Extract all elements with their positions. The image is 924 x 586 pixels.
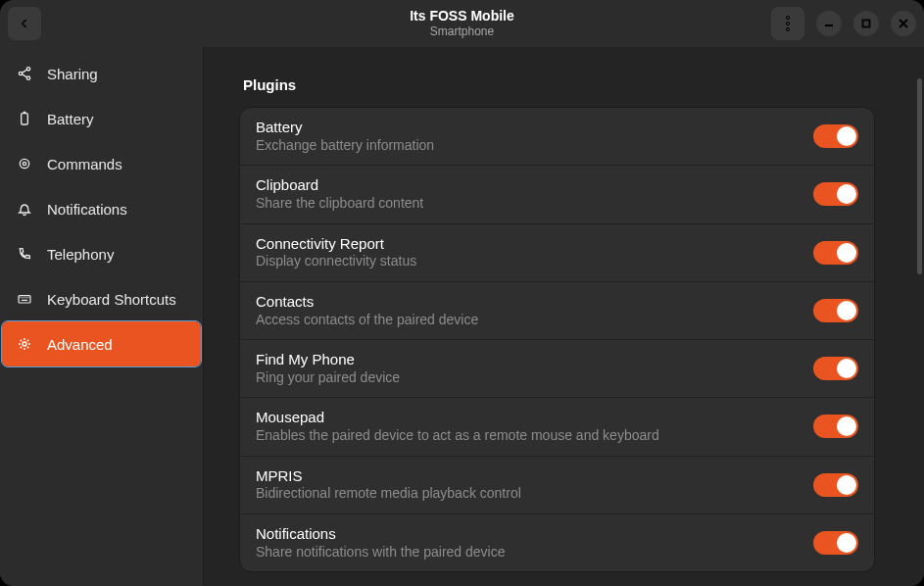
svg-point-8 (20, 159, 28, 168)
svg-rect-3 (863, 21, 870, 27)
plugin-row-notifications[interactable]: Notifications Share notifications with t… (240, 514, 874, 571)
sidebar-item-label: Commands (47, 156, 122, 172)
gear-icon (16, 335, 33, 353)
sidebar-item-label: Keyboard Shortcuts (47, 291, 176, 308)
sidebar-item-label: Advanced (47, 336, 113, 353)
plugin-desc: Share the clipboard content (256, 195, 813, 213)
toggle-find-my-phone[interactable] (813, 357, 858, 380)
window-subtitle: Smartphone (430, 24, 494, 38)
headerbar: Its FOSS Mobile Smartphone (0, 0, 924, 47)
kebab-menu-icon (781, 16, 795, 31)
plugin-name: MPRIS (256, 467, 813, 486)
keyboard-icon (16, 290, 33, 308)
sidebar-item-label: Battery (47, 111, 94, 127)
sidebar-item-telephony[interactable]: Telephony (2, 231, 201, 276)
plugin-name: Notifications (256, 525, 813, 544)
header-controls (771, 7, 916, 40)
maximize-button[interactable] (853, 11, 879, 36)
plugin-desc: Share notifications with the paired devi… (256, 544, 813, 562)
plugin-desc: Exchange battery information (256, 137, 813, 155)
close-button[interactable] (891, 11, 916, 36)
plugin-desc: Bidirectional remote media playback cont… (256, 485, 813, 503)
plugin-name: Clipboard (256, 176, 813, 195)
battery-icon (16, 110, 33, 127)
sidebar-item-advanced[interactable]: Advanced (2, 321, 201, 366)
toggle-notifications[interactable] (813, 531, 858, 555)
plugin-name: Contacts (256, 293, 813, 312)
main-panel[interactable]: Plugins Battery Exchange battery informa… (204, 47, 924, 586)
plugin-name: Find My Phone (256, 351, 813, 369)
toggle-mpris[interactable] (813, 473, 858, 497)
bell-icon (16, 200, 33, 218)
plugin-row-contacts[interactable]: Contacts Access contacts of the paired d… (240, 282, 874, 340)
phone-icon (16, 245, 33, 263)
plugin-desc: Display connectivity status (256, 253, 813, 270)
sidebar-item-label: Telephony (47, 246, 114, 263)
svg-point-1 (786, 22, 789, 24)
plugin-name: Battery (256, 119, 813, 137)
sidebar-item-label: Notifications (47, 201, 127, 218)
maximize-icon (860, 18, 872, 29)
sidebar-item-keyboard-shortcuts[interactable]: Keyboard Shortcuts (2, 276, 201, 321)
svg-point-9 (23, 162, 25, 165)
plugin-row-connectivity-report[interactable]: Connectivity Report Display connectivity… (240, 224, 874, 282)
plugin-list: Battery Exchange battery information Cli… (239, 107, 875, 572)
share-icon (16, 65, 33, 82)
toggle-mousepad[interactable] (813, 415, 858, 438)
plugin-desc: Access contacts of the paired device (256, 312, 813, 329)
plugin-desc: Enables the paired device to act as a re… (256, 427, 813, 445)
sidebar-item-notifications[interactable]: Notifications (2, 186, 201, 231)
app-window: Its FOSS Mobile Smartphone (0, 0, 924, 586)
sidebar: Sharing Battery Commands Notifications (0, 47, 204, 586)
toggle-connectivity-report[interactable] (813, 241, 858, 265)
plugin-row-clipboard[interactable]: Clipboard Share the clipboard content (240, 166, 874, 223)
sidebar-item-battery[interactable]: Battery (2, 96, 201, 141)
plugin-row-battery[interactable]: Battery Exchange battery information (240, 108, 874, 166)
plugin-name: Connectivity Report (256, 235, 813, 254)
minimize-button[interactable] (816, 11, 842, 36)
plugin-row-mpris[interactable]: MPRIS Bidirectional remote media playbac… (240, 457, 874, 514)
sidebar-item-sharing[interactable]: Sharing (2, 51, 201, 96)
plugin-name: Mousepad (256, 409, 813, 427)
plugin-row-find-my-phone[interactable]: Find My Phone Ring your paired device (240, 340, 874, 398)
body: Sharing Battery Commands Notifications (0, 47, 924, 586)
close-icon (898, 18, 909, 29)
svg-point-11 (23, 342, 26, 346)
plugin-row-mousepad[interactable]: Mousepad Enables the paired device to ac… (240, 398, 874, 456)
gear-outline-icon (16, 155, 33, 172)
svg-rect-10 (19, 296, 30, 303)
toggle-contacts[interactable] (813, 299, 858, 322)
toggle-clipboard[interactable] (813, 182, 858, 206)
svg-point-0 (786, 16, 789, 19)
minimize-icon (823, 18, 835, 29)
scrollbar[interactable] (917, 78, 922, 274)
sidebar-item-commands[interactable]: Commands (2, 141, 201, 186)
window-title: Its FOSS Mobile (410, 8, 514, 24)
toggle-battery[interactable] (813, 124, 858, 148)
section-title: Plugins (239, 76, 875, 93)
back-button[interactable] (8, 7, 41, 40)
chevron-left-icon (18, 17, 31, 30)
plugin-desc: Ring your paired device (256, 369, 813, 387)
svg-rect-7 (22, 114, 28, 124)
svg-point-2 (786, 27, 789, 30)
menu-button[interactable] (771, 7, 804, 40)
sidebar-item-label: Sharing (47, 66, 98, 82)
